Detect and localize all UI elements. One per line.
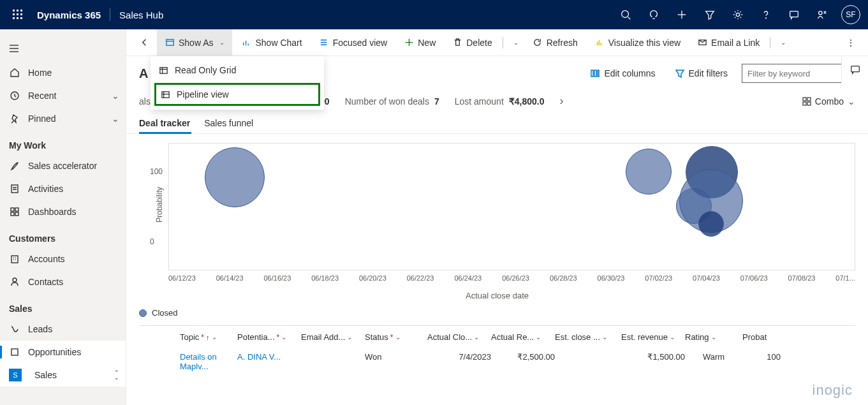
svg-rect-16 [790,11,798,17]
nav-recent[interactable]: Recent [0,84,126,107]
svg-rect-23 [11,208,14,211]
dropdown-item-pipeline-view[interactable]: Pipeline view [154,83,320,106]
plus-icon[interactable] [669,0,695,29]
focused-view-button[interactable]: Focused view [311,29,395,56]
back-button[interactable] [133,29,156,56]
col-est-rev[interactable]: Est. revenue⌄ [621,332,685,342]
search-icon[interactable] [613,0,638,29]
svg-rect-46 [807,102,811,105]
svg-rect-5 [20,13,22,15]
cmd-label: New [418,38,436,48]
help-icon[interactable] [753,0,779,29]
nav-label: Home [28,68,52,78]
hdr-label: Edit filters [689,68,728,78]
data-grid: Topic*↑⌄ Potentia...*⌄ Email Add...⌄ Sta… [139,325,855,375]
y-tick: 100 [150,167,163,176]
separator [770,37,770,48]
tab-sales-funnel[interactable]: Sales funnel [204,114,253,133]
nav-accounts[interactable]: Accounts [0,247,126,270]
visualize-button[interactable]: Visualize this view [587,29,688,56]
lightbulb-icon[interactable] [641,0,666,29]
metric-won-deals: Number of won deals 7 [345,96,439,107]
app-launcher-icon[interactable] [8,4,28,25]
refresh-button[interactable]: Refresh [525,29,585,56]
svg-rect-43 [803,98,806,101]
user-avatar[interactable]: SF [841,5,860,24]
svg-point-28 [13,278,17,282]
cmd-label: Focused view [333,38,388,48]
col-actual-rev[interactable]: Actual Re...⌄ [491,332,555,342]
brand-label: Dynamics 365 [37,10,101,20]
svg-rect-39 [851,66,859,72]
nav-leads[interactable]: Leads [0,318,126,341]
cell-topic[interactable]: Details on Maplv... [180,352,217,371]
show-as-dropdown: Read Only Grid Pipeline view [151,56,324,110]
cell-probability: 100 [767,352,781,362]
nav-sales-accelerator[interactable]: Sales accelerator [0,154,126,177]
section-sales: Sales [0,293,126,318]
nav-contacts[interactable]: Contacts [0,270,126,293]
col-actual-close[interactable]: Actual Clo...⌄ [427,332,491,342]
cell-est-rev: ₹1,500.00 [647,352,685,362]
app-name-label[interactable]: Sales Hub [119,10,163,20]
svg-rect-6 [13,17,15,19]
nav-opportunities[interactable]: Opportunities [0,341,126,364]
watermark: inogic [813,382,853,399]
nav-home[interactable]: Home [0,61,126,84]
tab-deal-tracker[interactable]: Deal tracker [139,114,190,133]
col-email[interactable]: Email Add...⌄ [301,332,365,342]
filter-icon[interactable] [697,0,723,29]
bubble[interactable] [626,149,672,195]
view-mode-combo[interactable]: Combo [802,96,855,107]
nav-label: Leads [28,324,52,334]
dropdown-item-read-only-grid[interactable]: Read Only Grid [151,59,324,82]
table-row[interactable]: Details on Maplv... A. DINA V... Won 7/4… [139,348,855,375]
col-probability[interactable]: Probat [742,332,781,342]
chart-plot[interactable]: 100 0 [168,143,855,270]
bubble[interactable] [205,147,265,207]
svg-rect-33 [597,42,598,46]
chevron-down-icon [112,114,119,124]
new-button[interactable]: New [396,29,443,56]
svg-rect-0 [13,10,15,11]
delete-button[interactable]: Delete [445,29,499,56]
pin-icon [9,113,20,124]
col-status[interactable]: Status*⌄ [365,332,427,342]
assistant-icon[interactable] [809,0,835,29]
col-est-close[interactable]: Est. close ...⌄ [555,332,621,342]
nav-dashboards[interactable]: Dashboards [0,200,126,223]
col-potential[interactable]: Potentia...*⌄ [237,332,301,342]
cell-rating: Warm [703,352,725,362]
chevron-down-icon [112,91,119,101]
cell-potential[interactable]: A. DINA V... [237,352,281,362]
svg-rect-25 [11,212,14,216]
y-axis-label: Probability [155,187,164,223]
cmd-label: Show Chart [255,38,302,48]
chat-icon[interactable] [781,0,807,29]
edit-filters-button[interactable]: Edit filters [670,66,733,81]
show-chart-button[interactable]: Show Chart [233,29,309,56]
nav-label: Opportunities [28,347,81,357]
filter-keyword-input[interactable] [742,64,855,83]
col-topic[interactable]: Topic*↑⌄ [142,332,237,342]
teams-chat-icon[interactable] [841,56,868,83]
show-as-button[interactable]: Show As ⌄ [157,29,232,56]
nav-activities[interactable]: Activities [0,177,126,200]
nav-pinned[interactable]: Pinned [0,107,126,130]
nav-label: Activities [28,184,63,194]
person-icon [9,276,20,288]
bubble[interactable] [698,211,724,237]
area-switcher[interactable]: S Sales ⌃⌄ [0,364,126,387]
overflow-button[interactable]: ⋮ [840,29,862,56]
svg-rect-30 [166,40,173,45]
edit-columns-button[interactable]: Edit columns [585,66,660,81]
svg-rect-22 [11,185,18,193]
scroll-right-icon[interactable] [560,94,564,108]
email-link-button[interactable]: Email a Link [689,29,767,56]
settings-icon[interactable] [725,0,751,29]
combo-label: Combo [815,96,844,107]
hamburger-icon[interactable] [1,36,27,61]
email-link-split-button[interactable]: ⌄ [773,29,791,56]
col-rating[interactable]: Rating⌄ [685,332,742,342]
delete-split-button[interactable]: ⌄ [506,29,524,56]
